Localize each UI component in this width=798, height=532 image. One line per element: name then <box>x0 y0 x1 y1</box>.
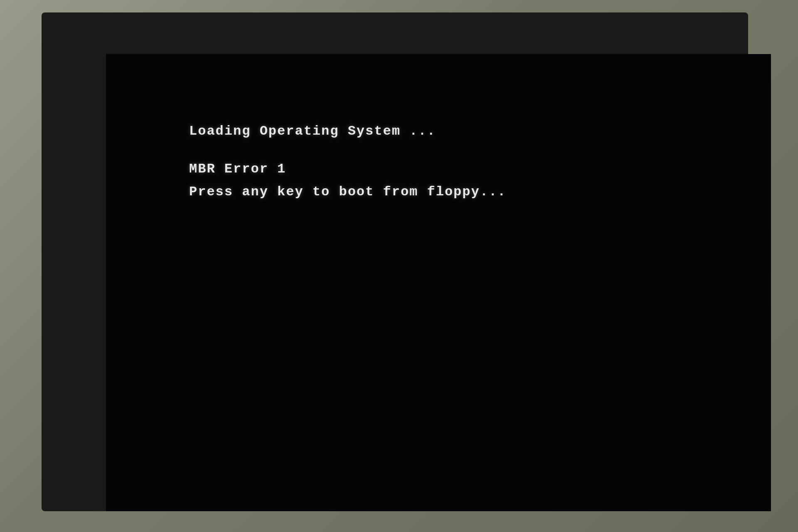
press-any-key-text: Press any key to boot from floppy... <box>189 181 506 202</box>
monitor-bezel: Loading Operating System ... MBR Error 1… <box>42 12 748 511</box>
loading-os-text: Loading Operating System ... <box>189 121 436 142</box>
monitor-screen: Loading Operating System ... MBR Error 1… <box>106 54 771 511</box>
screen-content: Loading Operating System ... MBR Error 1… <box>106 54 771 511</box>
photo-frame: Loading Operating System ... MBR Error 1… <box>0 0 798 532</box>
mbr-error-text: MBR Error 1 <box>189 158 286 180</box>
